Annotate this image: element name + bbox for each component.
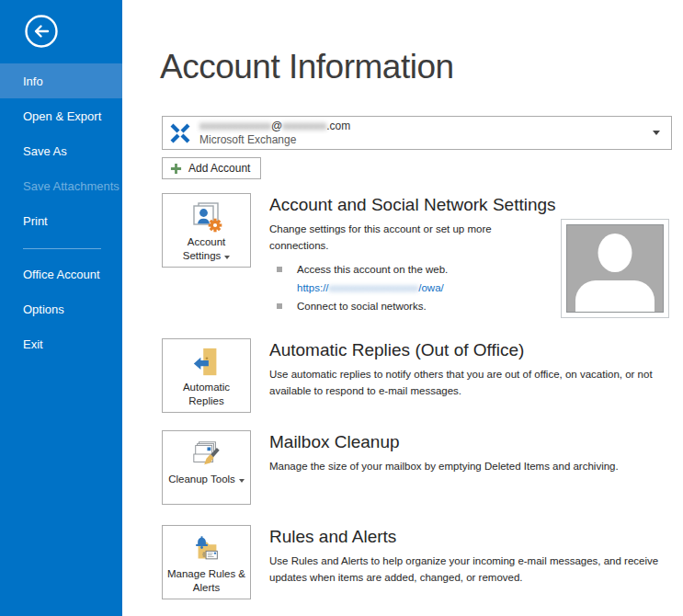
account-selector-dropdown[interactable]: xxxxxxxxxxxxx@xxxxxxxx.com Microsoft Exc… [162, 116, 672, 150]
sidebar-item-info[interactable]: Info [0, 63, 122, 98]
email-at: @ [271, 120, 282, 132]
redacted-email-domain: xxxxxxxx [282, 120, 326, 132]
sidebar-item-save-as[interactable]: Save As [0, 133, 122, 168]
dropdown-caret-icon [653, 131, 660, 135]
exchange-icon [168, 121, 192, 145]
redacted-owa-host: xxxxxxxxxxxxxxxxx [329, 282, 419, 293]
manage-rules-icon [191, 532, 222, 565]
automatic-replies-text: Automatic Replies (Out of Office) Use au… [269, 339, 680, 399]
automatic-replies-label: Automatic Replies [167, 381, 246, 408]
account-info: xxxxxxxxxxxxx@xxxxxxxx.com Microsoft Exc… [199, 120, 653, 145]
sidebar-nav: Info Open & Export Save As Save Attachme… [0, 63, 122, 361]
manage-rules-label: Manage Rules & Alerts [167, 567, 246, 595]
automatic-replies-icon [191, 346, 222, 379]
sidebar-item-exit[interactable]: Exit [0, 326, 122, 361]
sidebar-item-label: Options [23, 302, 64, 316]
section-heading: Automatic Replies (Out of Office) [269, 339, 680, 361]
account-settings-label: Account Settings [167, 235, 246, 263]
account-email: xxxxxxxxxxxxx@xxxxxxxx.com [199, 120, 653, 131]
add-account-label: Add Account [188, 162, 250, 175]
section-heading: Mailbox Cleanup [269, 431, 680, 453]
section-heading: Rules and Alerts [269, 526, 680, 548]
add-plus-icon [170, 163, 182, 175]
manage-rules-alerts-button[interactable]: Manage Rules & Alerts [162, 525, 251, 599]
outlook-backstage-window: Info Open & Export Save As Save Attachme… [0, 0, 683, 616]
sidebar-item-label: Save As [23, 144, 67, 158]
page-title: Account Information [160, 48, 454, 86]
owa-link[interactable]: https://xxxxxxxxxxxxxxxxx/owa/ [297, 279, 444, 296]
section-body: Use automatic replies to notify others t… [269, 366, 680, 399]
cleanup-tools-icon [191, 438, 222, 471]
account-photo [561, 219, 669, 318]
account-settings-icon [189, 200, 224, 234]
sidebar-item-open-export[interactable]: Open & Export [0, 98, 122, 133]
silhouette-shoulders [575, 280, 655, 313]
sidebar-item-label: Office Account [23, 268, 100, 281]
person-silhouette [566, 224, 664, 313]
sidebar-item-label: Info [23, 74, 43, 88]
section-body: Change settings for this account or set … [269, 221, 545, 254]
cleanup-tools-label: Cleanup Tools [167, 473, 246, 486]
mailbox-cleanup-text: Mailbox Cleanup Manage the size of your … [269, 431, 680, 474]
silhouette-head [598, 234, 632, 272]
add-account-button[interactable]: Add Account [162, 157, 261, 179]
back-button[interactable] [23, 13, 60, 50]
bullet-text: Access this account on the web. [297, 261, 448, 278]
automatic-replies-button[interactable]: Automatic Replies [162, 338, 251, 413]
sidebar: Info Open & Export Save As Save Attachme… [0, 0, 122, 616]
account-type: Microsoft Exchange [199, 134, 653, 145]
section-body: Manage the size of your mailbox by empty… [269, 458, 680, 474]
sidebar-item-label: Open & Export [23, 109, 101, 123]
sidebar-item-label: Print [23, 214, 48, 228]
section-body: Use Rules and Alerts to help organize yo… [269, 553, 680, 586]
square-bullet-icon [277, 267, 282, 272]
back-arrow-icon [23, 13, 60, 50]
email-suffix: .com [326, 120, 350, 132]
rules-alerts-text: Rules and Alerts Use Rules and Alerts to… [269, 526, 680, 586]
sidebar-item-options[interactable]: Options [0, 291, 122, 326]
sidebar-item-save-attachments: Save Attachments [0, 168, 122, 203]
menu-caret-icon [239, 479, 245, 483]
sidebar-divider [23, 248, 101, 249]
sidebar-item-label: Exit [23, 337, 43, 351]
account-settings-button[interactable]: Account Settings [162, 193, 251, 268]
sidebar-item-print[interactable]: Print [0, 203, 122, 238]
section-heading: Account and Social Network Settings [269, 194, 680, 216]
redacted-email-user: xxxxxxxxxxxxx [199, 120, 271, 132]
sidebar-item-label: Save Attachments [23, 179, 120, 193]
cleanup-tools-button[interactable]: Cleanup Tools [162, 430, 251, 505]
square-bullet-icon [277, 303, 282, 309]
menu-caret-icon [224, 256, 230, 259]
bullet-text: Connect to social networks. [297, 298, 427, 314]
sidebar-item-office-account[interactable]: Office Account [0, 257, 122, 291]
